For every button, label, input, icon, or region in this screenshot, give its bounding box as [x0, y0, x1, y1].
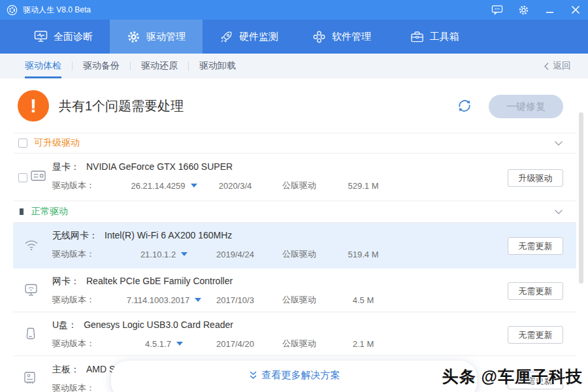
tab-label: 驱动管理 [146, 31, 186, 43]
more-solutions-bar[interactable]: 查看更多解决方案 [111, 361, 477, 392]
device-name: Genesys Logic USB3.0 Card Reader [84, 319, 233, 330]
row-checkbox[interactable] [18, 173, 27, 182]
motherboard-icon [24, 371, 37, 385]
no-update-needed-button[interactable]: 无需更新 [508, 237, 563, 255]
version-dropdown-icon[interactable] [181, 252, 188, 256]
back-button[interactable]: 返回 [544, 54, 571, 78]
app-window: 驱动人生 V8.0 Beta 全面诊断 [0, 0, 588, 392]
ethernet-icon [24, 284, 39, 297]
device-name: Realtek PCIe GbE Family Controller [86, 276, 233, 286]
back-label: 返回 [553, 60, 571, 72]
subtab-driver-uninstall[interactable]: 驱动卸载 [199, 54, 236, 78]
subtab-driver-checkup[interactable]: 驱动体检 [25, 54, 61, 78]
driver-date: 2020/3/4 [203, 181, 268, 191]
no-update-needed-button[interactable]: 无需更新 [508, 282, 563, 300]
driver-channel: 公版驱动 [268, 338, 331, 350]
tab-hardware-monitor[interactable]: 硬件监测 [203, 20, 295, 54]
device-name: NVIDIA GeForce GTX 1660 SUPER [86, 161, 233, 172]
upgrade-driver-button[interactable]: 升级驱动 [508, 169, 563, 187]
version-label: 驱动版本： [52, 248, 125, 260]
driver-list-panel: ! 共有1个问题需要处理 一键修复 可升级驱动 显卡：NVIDIA GeForc… [0, 78, 588, 392]
tab-label: 工具箱 [430, 31, 459, 43]
device-name: Intel(R) Wi-Fi 6 AX200 160MHz [105, 230, 232, 240]
settings-icon[interactable] [516, 3, 531, 17]
section-checkbox[interactable] [18, 139, 27, 148]
alert-glyph: ! [30, 95, 37, 117]
section-label: 正常驱动 [31, 206, 68, 218]
tab-software-management[interactable]: 软件管理 [295, 20, 388, 54]
section-bullet-icon [20, 208, 24, 215]
feedback-icon[interactable] [490, 3, 504, 17]
toolbox-icon [410, 30, 424, 43]
section-normal-drivers[interactable]: 正常驱动 [13, 201, 576, 223]
app-logo-gear-icon [7, 5, 18, 16]
tab-label: 硬件监测 [239, 31, 278, 43]
wifi-icon [24, 238, 39, 251]
device-type: 主板： [52, 364, 80, 374]
device-type: 无线网卡： [52, 230, 98, 240]
subtab-driver-backup[interactable]: 驱动备份 [83, 54, 120, 78]
driver-version: 26.21.14.4259 [131, 181, 185, 191]
main-nav: 全面诊断 驱动管理 硬件监测 软件管理 工具箱 [0, 20, 588, 54]
usb-drive-icon [24, 327, 37, 340]
driver-date: 2019/4/24 [203, 250, 268, 259]
chevron-down-icon[interactable] [554, 140, 563, 146]
app-title: 驱动人生 V8.0 Beta [23, 5, 91, 16]
gpu-icon [31, 170, 46, 182]
gear-icon [127, 30, 140, 44]
driver-version: 4.5.1.7 [145, 339, 171, 349]
close-icon[interactable] [568, 3, 583, 17]
version-dropdown-icon[interactable] [191, 184, 197, 188]
minimize-icon[interactable] [542, 3, 557, 17]
sub-nav: 驱动体检 驱动备份 驱动还原 驱动卸载 返回 [0, 54, 588, 78]
titlebar: 驱动人生 V8.0 Beta [0, 0, 588, 20]
driver-channel: 公版驱动 [268, 248, 331, 260]
driver-date: 2017/4/20 [203, 339, 268, 349]
divider [130, 61, 131, 71]
driver-row-usb[interactable]: U盘：Genesys Logic USB3.0 Card Reader 驱动版本… [0, 312, 588, 356]
driver-row-gpu[interactable]: 显卡：NVIDIA GeForce GTX 1660 SUPER 驱动版本： 2… [0, 154, 588, 201]
alert-icon: ! [18, 90, 49, 122]
chevron-down-icon[interactable] [554, 209, 563, 215]
watermark-text: 头条 @车厘子科技 [442, 366, 583, 387]
tab-full-diagnosis[interactable]: 全面诊断 [17, 20, 110, 54]
driver-size: 2.1 M [331, 339, 396, 349]
version-label: 驱动版本： [52, 294, 125, 306]
driver-row-wifi[interactable]: 无线网卡：Intel(R) Wi-Fi 6 AX200 160MHz 驱动版本：… [0, 223, 588, 269]
divider [72, 61, 73, 71]
tab-toolbox[interactable]: 工具箱 [388, 20, 481, 54]
version-label: 驱动版本： [52, 338, 125, 350]
driver-channel: 公版驱动 [268, 180, 331, 191]
driver-date: 2017/10/3 [203, 295, 268, 305]
device-type: 显卡： [52, 161, 80, 172]
monitor-pulse-icon [34, 30, 48, 43]
subtab-driver-restore[interactable]: 驱动还原 [141, 54, 178, 78]
more-solutions-label: 查看更多解决方案 [262, 369, 340, 382]
rocket-icon [220, 30, 233, 44]
one-click-fix-button[interactable]: 一键修复 [489, 95, 563, 118]
section-label: 可升级驱动 [34, 137, 80, 149]
issue-summary-text: 共有1个问题需要处理 [59, 97, 184, 115]
driver-version: 7.114.1003.2017 [127, 295, 190, 305]
driver-size: 4.5 M [331, 295, 396, 305]
tab-label: 软件管理 [332, 31, 371, 43]
version-label: 驱动版本： [52, 180, 125, 191]
chevron-left-icon [544, 62, 549, 71]
device-type: 网卡： [52, 276, 80, 286]
scrollbar-thumb[interactable] [579, 112, 583, 284]
driver-size: 529.1 M [331, 181, 396, 191]
clover-circles-icon [312, 30, 326, 44]
driver-row-ethernet[interactable]: 网卡：Realtek PCIe GbE Family Controller 驱动… [0, 269, 588, 312]
section-upgradable-drivers[interactable]: 可升级驱动 [13, 133, 576, 154]
device-type: U盘： [52, 319, 77, 330]
no-update-needed-button[interactable]: 无需更新 [508, 326, 563, 344]
version-dropdown-icon[interactable] [176, 342, 183, 346]
divider [188, 61, 189, 71]
driver-channel: 公版驱动 [268, 294, 331, 306]
version-dropdown-icon[interactable] [195, 298, 201, 302]
refresh-icon[interactable] [456, 97, 473, 114]
driver-version: 21.10.1.2 [140, 250, 176, 259]
driver-size: 519.4 M [331, 250, 396, 259]
tab-driver-management[interactable]: 驱动管理 [110, 20, 203, 54]
tab-label: 全面诊断 [54, 31, 93, 43]
